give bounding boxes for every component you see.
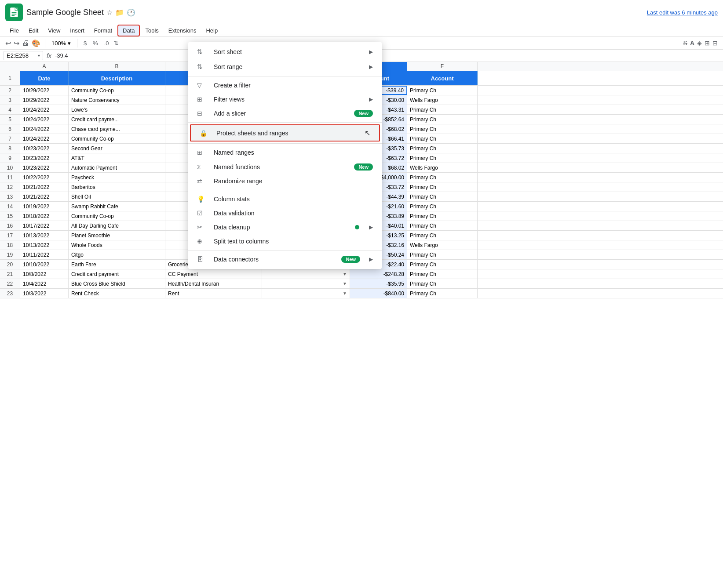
menu-item-filter-views[interactable]: ⊞ Filter views ▶: [188, 92, 382, 106]
zoom-selector[interactable]: 100% ▾: [50, 39, 73, 47]
decimal-btn[interactable]: .0: [102, 39, 111, 47]
menu-item-format[interactable]: Format: [90, 25, 117, 36]
header-date[interactable]: Date: [20, 71, 69, 85]
cell-date[interactable]: 10/24/2022: [20, 134, 69, 143]
cell-account[interactable]: Primary Ch: [407, 86, 478, 95]
cell-account[interactable]: Primary Ch: [407, 231, 478, 240]
merge-btn[interactable]: ⊟: [712, 40, 718, 47]
menu-item-add-slicer[interactable]: ⊟ Add a slicer New: [188, 106, 382, 120]
print-icon[interactable]: 🖨: [22, 39, 29, 47]
menu-item-data-cleanup[interactable]: ✂ Data cleanup ▶: [188, 220, 382, 234]
menu-item-file[interactable]: File: [5, 25, 23, 36]
col-header-f[interactable]: F: [407, 62, 478, 71]
menu-item-named-ranges[interactable]: ⊞ Named ranges: [188, 145, 382, 160]
paint-format-icon[interactable]: 🎨: [32, 39, 40, 47]
cell-account[interactable]: Wells Fargo: [407, 163, 478, 172]
menu-item-split-text[interactable]: ⊕ Split text to columns: [188, 234, 382, 248]
folder-icon[interactable]: 📁: [115, 8, 124, 17]
cell-date[interactable]: 10/24/2022: [20, 124, 69, 134]
cell-desc[interactable]: AT&T: [69, 153, 165, 163]
cell-reference[interactable]: E2:E258 ▾: [4, 51, 43, 60]
redo-icon[interactable]: ↪: [14, 39, 19, 47]
fill-color-btn[interactable]: ◈: [697, 40, 702, 47]
cell-account[interactable]: Primary Ch: [407, 269, 478, 279]
cell-desc[interactable]: Citgo: [69, 250, 165, 259]
cell-amount[interactable]: -$248.28: [350, 269, 407, 279]
cell-date[interactable]: 10/11/2022: [20, 250, 69, 259]
menu-item-sort-range[interactable]: ⇅ Sort range ▶: [188, 59, 382, 74]
cell-c[interactable]: Rent: [165, 289, 262, 298]
cell-date[interactable]: 10/24/2022: [20, 105, 69, 114]
cell-date[interactable]: 10/23/2022: [20, 163, 69, 172]
menu-item-named-functions[interactable]: Σ Named functions New: [188, 160, 382, 174]
sort-asc-icon[interactable]: ⇅: [113, 40, 119, 47]
cell-desc[interactable]: All Day Darling Cafe: [69, 221, 165, 230]
cell-date[interactable]: 10/18/2022: [20, 211, 69, 221]
cell-desc[interactable]: Paycheck: [69, 173, 165, 182]
cell-account[interactable]: Wells Fargo: [407, 240, 478, 250]
cell-account[interactable]: Primary Ch: [407, 173, 478, 182]
cell-desc[interactable]: Nature Conservancy: [69, 95, 165, 105]
cell-date[interactable]: 10/24/2022: [20, 115, 69, 124]
cell-account[interactable]: Primary Ch: [407, 144, 478, 153]
cell-c[interactable]: CC Payment: [165, 269, 262, 279]
cell-desc[interactable]: Lowe's: [69, 105, 165, 114]
cell-date[interactable]: 10/13/2022: [20, 240, 69, 250]
cell-desc[interactable]: Chase card payme...: [69, 124, 165, 134]
cell-desc[interactable]: Planet Smoothie: [69, 231, 165, 240]
cell-c[interactable]: Health/Dental Insuran: [165, 279, 262, 288]
star-icon[interactable]: ☆: [106, 8, 113, 17]
cell-d[interactable]: ▼: [262, 289, 350, 298]
cell-account[interactable]: Primary Ch: [407, 105, 478, 114]
cell-d[interactable]: ▼: [262, 279, 350, 288]
cell-account[interactable]: Primary Ch: [407, 153, 478, 163]
cell-d[interactable]: ▼: [262, 269, 350, 279]
cell-date[interactable]: 10/29/2022: [20, 86, 69, 95]
col-header-b[interactable]: B: [69, 62, 165, 71]
cell-account[interactable]: Primary Ch: [407, 289, 478, 298]
col-header-a[interactable]: A: [20, 62, 69, 71]
cell-desc[interactable]: Credit card payment: [69, 269, 165, 279]
cell-desc[interactable]: Automatic Payment: [69, 163, 165, 172]
cell-date[interactable]: 10/21/2022: [20, 192, 69, 201]
menu-item-column-stats[interactable]: 💡 Column stats: [188, 192, 382, 206]
cell-date[interactable]: 10/23/2022: [20, 153, 69, 163]
menu-item-data[interactable]: Data: [117, 25, 140, 36]
cell-desc[interactable]: Blue Cross Blue Shield: [69, 279, 165, 288]
cell-account[interactable]: Primary Ch: [407, 279, 478, 288]
cell-date[interactable]: 10/19/2022: [20, 202, 69, 211]
cell-desc[interactable]: Community Co-op: [69, 134, 165, 143]
text-color-btn[interactable]: A: [690, 40, 694, 47]
cell-account[interactable]: Primary Ch: [407, 115, 478, 124]
menu-item-create-filter[interactable]: ▽ Create a filter: [188, 78, 382, 92]
cell-amount[interactable]: -$35.95: [350, 279, 407, 288]
cell-date[interactable]: 10/29/2022: [20, 95, 69, 105]
percent-btn[interactable]: %: [91, 39, 100, 47]
cell-account[interactable]: Primary Ch: [407, 260, 478, 269]
borders-btn[interactable]: ⊞: [705, 40, 710, 47]
cell-account[interactable]: Wells Fargo: [407, 95, 478, 105]
cell-date[interactable]: 10/8/2022: [20, 269, 69, 279]
cell-desc[interactable]: Credit card payme...: [69, 115, 165, 124]
cell-amount[interactable]: -$840.00: [350, 289, 407, 298]
cell-desc[interactable]: Shell Oil: [69, 192, 165, 201]
cell-date[interactable]: 10/10/2022: [20, 260, 69, 269]
cell-date[interactable]: 10/4/2022: [20, 279, 69, 288]
cell-account[interactable]: Primary Ch: [407, 202, 478, 211]
menu-item-edit[interactable]: Edit: [24, 25, 43, 36]
cell-account[interactable]: Primary Ch: [407, 192, 478, 201]
cell-date[interactable]: 10/22/2022: [20, 173, 69, 182]
cell-date[interactable]: 10/21/2022: [20, 182, 69, 192]
cell-account[interactable]: Primary Ch: [407, 124, 478, 134]
cell-account[interactable]: Primary Ch: [407, 182, 478, 192]
cell-desc[interactable]: Barberitos: [69, 182, 165, 192]
menu-item-sort-sheet[interactable]: ⇅ Sort sheet ▶: [188, 44, 382, 59]
currency-btn[interactable]: $: [82, 39, 88, 47]
cell-desc[interactable]: Earth Fare: [69, 260, 165, 269]
menu-item-extensions[interactable]: Extensions: [164, 25, 201, 36]
cell-date[interactable]: 10/17/2022: [20, 221, 69, 230]
header-account[interactable]: Account: [407, 71, 478, 85]
menu-item-protect-sheets[interactable]: 🔒 Protect sheets and ranges ↖: [190, 124, 380, 142]
cell-date[interactable]: 10/23/2022: [20, 144, 69, 153]
menu-item-data-validation[interactable]: ☑ Data validation: [188, 206, 382, 220]
